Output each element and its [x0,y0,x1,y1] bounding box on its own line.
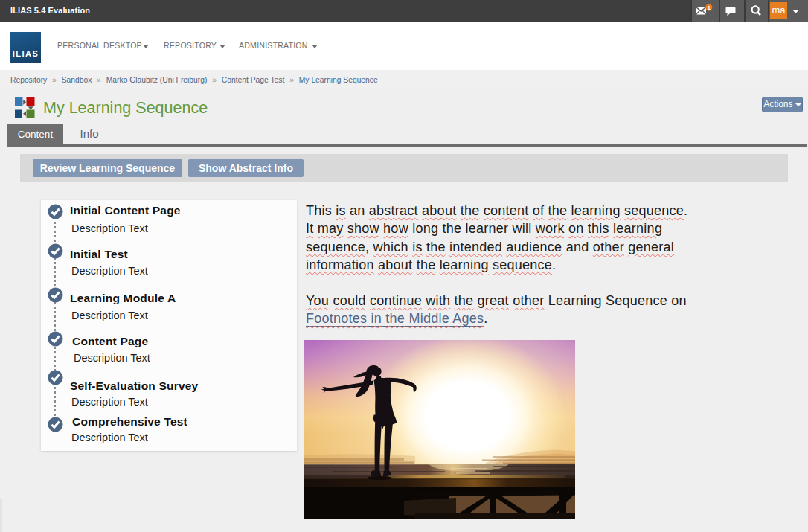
svg-text:1: 1 [708,4,711,11]
